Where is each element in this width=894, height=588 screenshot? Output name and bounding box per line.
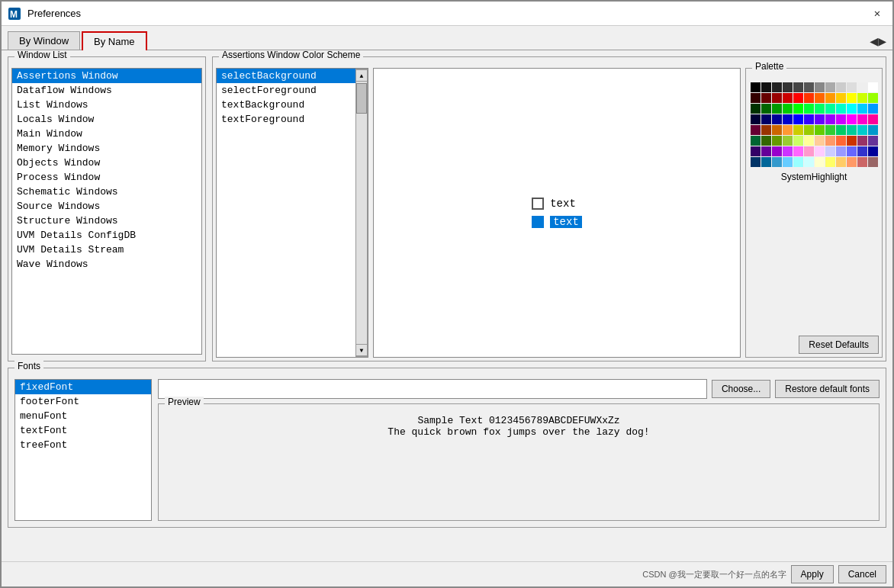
palette-color-cell[interactable] <box>751 93 761 103</box>
palette-color-cell[interactable] <box>868 157 878 167</box>
palette-color-cell[interactable] <box>857 146 867 156</box>
palette-color-cell[interactable] <box>825 157 835 167</box>
palette-color-cell[interactable] <box>815 146 825 156</box>
palette-color-cell[interactable] <box>772 146 782 156</box>
palette-color-cell[interactable] <box>783 136 793 146</box>
palette-color-cell[interactable] <box>772 125 782 135</box>
reset-defaults-button[interactable]: Reset Defaults <box>799 336 879 354</box>
palette-color-cell[interactable] <box>825 93 835 103</box>
palette-color-cell[interactable] <box>751 146 761 156</box>
palette-color-cell[interactable] <box>772 93 782 103</box>
palette-color-cell[interactable] <box>857 125 867 135</box>
font-name-input[interactable] <box>158 379 707 399</box>
palette-color-cell[interactable] <box>761 136 771 146</box>
window-list[interactable]: Assertions WindowDataflow WindowsList Wi… <box>11 68 202 355</box>
palette-color-cell[interactable] <box>815 136 825 146</box>
palette-color-cell[interactable] <box>804 146 814 156</box>
apply-button[interactable]: Apply <box>791 565 834 583</box>
window-list-item[interactable]: Process Window <box>12 170 201 185</box>
palette-color-cell[interactable] <box>751 114 761 124</box>
palette-color-cell[interactable] <box>847 104 857 114</box>
palette-color-cell[interactable] <box>815 104 825 114</box>
palette-color-cell[interactable] <box>836 136 846 146</box>
vertical-scrollbar[interactable]: ▲ ▼ <box>355 69 368 357</box>
scroll-thumb[interactable] <box>356 83 367 114</box>
palette-color-cell[interactable] <box>825 136 835 146</box>
palette-color-cell[interactable] <box>836 125 846 135</box>
palette-color-cell[interactable] <box>783 125 793 135</box>
scroll-down-arrow[interactable]: ▼ <box>355 344 368 356</box>
palette-color-cell[interactable] <box>815 114 825 124</box>
palette-color-cell[interactable] <box>772 114 782 124</box>
palette-color-cell[interactable] <box>836 93 846 103</box>
window-list-item[interactable]: Memory Windows <box>12 141 201 156</box>
palette-color-cell[interactable] <box>868 104 878 114</box>
palette-color-cell[interactable] <box>761 125 771 135</box>
palette-color-cell[interactable] <box>751 157 761 167</box>
window-list-item[interactable]: Source Windows <box>12 199 201 214</box>
window-list-item[interactable]: Wave Windows <box>12 257 201 272</box>
palette-color-cell[interactable] <box>793 82 803 92</box>
window-list-item[interactable]: Dataflow Windows <box>12 83 201 98</box>
window-list-item[interactable]: Schematic Windows <box>12 185 201 199</box>
palette-color-cell[interactable] <box>868 125 878 135</box>
palette-color-cell[interactable] <box>847 125 857 135</box>
window-list-item[interactable]: UVM Details ConfigDB <box>12 228 201 243</box>
collapse-icon[interactable]: ◀▶ <box>870 33 886 50</box>
palette-color-cell[interactable] <box>857 93 867 103</box>
palette-color-cell[interactable] <box>793 104 803 114</box>
palette-color-cell[interactable] <box>793 114 803 124</box>
palette-color-cell[interactable] <box>815 125 825 135</box>
palette-color-cell[interactable] <box>847 114 857 124</box>
palette-color-cell[interactable] <box>836 146 846 156</box>
palette-color-cell[interactable] <box>793 125 803 135</box>
window-list-item[interactable]: UVM Details Stream <box>12 243 201 257</box>
palette-color-cell[interactable] <box>847 82 857 92</box>
palette-color-cell[interactable] <box>825 104 835 114</box>
palette-color-cell[interactable] <box>804 114 814 124</box>
palette-color-cell[interactable] <box>783 82 793 92</box>
palette-color-cell[interactable] <box>847 136 857 146</box>
font-list-item[interactable]: footerFont <box>15 394 151 409</box>
choose-font-button[interactable]: Choose... <box>712 380 770 398</box>
palette-color-cell[interactable] <box>793 136 803 146</box>
palette-color-cell[interactable] <box>804 104 814 114</box>
palette-color-cell[interactable] <box>783 93 793 103</box>
palette-color-cell[interactable] <box>868 146 878 156</box>
palette-color-cell[interactable] <box>847 146 857 156</box>
palette-color-cell[interactable] <box>857 157 867 167</box>
palette-color-cell[interactable] <box>815 93 825 103</box>
palette-color-cell[interactable] <box>868 82 878 92</box>
palette-color-cell[interactable] <box>761 114 771 124</box>
palette-color-cell[interactable] <box>815 82 825 92</box>
tab-by-window[interactable]: By Window <box>8 31 80 50</box>
palette-color-cell[interactable] <box>836 114 846 124</box>
palette-color-cell[interactable] <box>857 104 867 114</box>
palette-color-cell[interactable] <box>772 136 782 146</box>
palette-color-cell[interactable] <box>857 114 867 124</box>
palette-color-cell[interactable] <box>772 82 782 92</box>
palette-color-cell[interactable] <box>761 157 771 167</box>
font-list-item[interactable]: fixedFont <box>15 380 151 394</box>
palette-color-cell[interactable] <box>825 146 835 156</box>
palette-color-cell[interactable] <box>761 104 771 114</box>
palette-color-cell[interactable] <box>868 93 878 103</box>
palette-color-cell[interactable] <box>793 146 803 156</box>
palette-color-cell[interactable] <box>751 104 761 114</box>
color-list-items[interactable]: selectBackgroundselectForegroundtextBack… <box>217 69 355 357</box>
window-list-item[interactable]: Locals Window <box>12 112 201 127</box>
palette-color-cell[interactable] <box>772 157 782 167</box>
palette-color-cell[interactable] <box>857 82 867 92</box>
palette-color-cell[interactable] <box>825 114 835 124</box>
window-list-item[interactable]: Assertions Window <box>12 69 201 83</box>
palette-color-cell[interactable] <box>847 93 857 103</box>
window-list-item[interactable]: List Windows <box>12 98 201 112</box>
tab-by-name[interactable]: By Name <box>82 31 146 50</box>
color-scheme-item[interactable]: selectForeground <box>217 83 355 98</box>
font-list-item[interactable]: textFont <box>15 423 151 438</box>
palette-color-cell[interactable] <box>836 104 846 114</box>
palette-color-cell[interactable] <box>847 157 857 167</box>
font-list-item[interactable]: treeFont <box>15 438 151 452</box>
palette-color-cell[interactable] <box>804 157 814 167</box>
palette-color-cell[interactable] <box>761 82 771 92</box>
